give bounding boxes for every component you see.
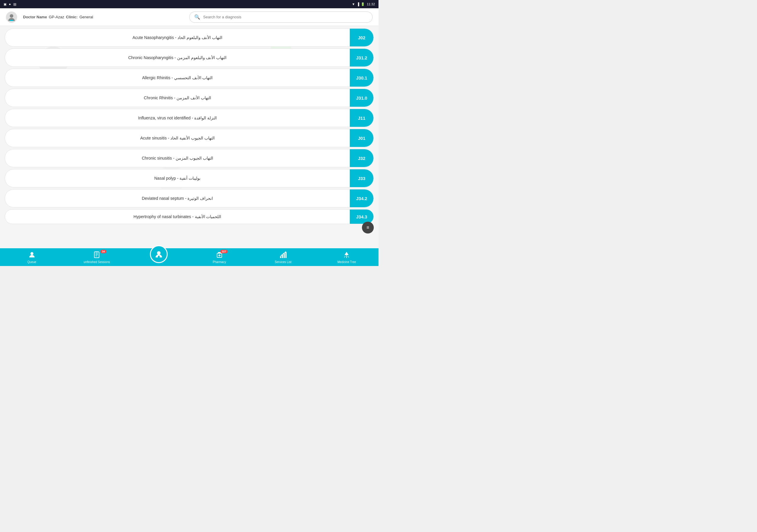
fab-icon: ≡ (366, 225, 369, 230)
diagnosis-text: التهاب الأنف والبلعوم المزمن - Chronic N… (5, 55, 350, 60)
diagnosis-item[interactable]: التهاب الجيوب المزمن - Chronic sinusitis… (5, 149, 374, 167)
queue-icon (28, 251, 36, 260)
queue-label: Queue (27, 260, 36, 264)
nav-item-queue[interactable]: Queue (20, 251, 44, 264)
svg-point-0 (10, 14, 13, 18)
medicine-tree-icon (343, 251, 350, 260)
diagnosis-code: J11 (350, 109, 374, 127)
doctor-info: Doctor Name GP-Azaz Clinic: General (23, 15, 93, 19)
svg-rect-32 (282, 255, 283, 258)
diagnosis-item[interactable]: التهاب الأنف المزمن - Chronic RhinitisJ3… (5, 89, 374, 107)
sim-icon: ▤ (13, 2, 16, 6)
main-content: التهاب الأنف والبلعوم الحاد - Acute Naso… (0, 26, 378, 248)
nav-item-services-list[interactable]: Services List (271, 251, 295, 264)
svg-line-38 (348, 256, 349, 257)
diagnosis-code: J30.1 (350, 69, 374, 87)
services-list-label: Services List (275, 260, 291, 264)
notification-dot: ● (9, 2, 11, 6)
header: Doctor Name GP-Azaz Clinic: General 🔍 (0, 8, 378, 26)
diagnosis-text: التهاب الأنف والبلعوم الحاد - Acute Naso… (5, 35, 350, 40)
diagnosis-code: J31.2 (350, 49, 374, 67)
diagnosis-text: اللحميات الأنفية - Hypertrophy of nasal … (5, 214, 350, 219)
diagnosis-text: النزلة الوافدة - Influenza, virus not id… (5, 116, 350, 120)
diagnosis-item[interactable]: بوليبات أنفية - Nasal polypJ33 (5, 169, 374, 187)
diagnosis-text: التهاب الجيوب الأنفية الحاد - Acute sinu… (5, 136, 350, 140)
nav-center-button[interactable] (150, 245, 168, 263)
signal-icon: ▐ (357, 2, 359, 6)
clinic-name: General (79, 15, 93, 19)
unfinished-sessions-badge: 34 (101, 250, 106, 253)
diagnosis-text: انحراف الوتيرة - Deviated nasal septum (5, 196, 350, 201)
app-icon: ▣ (4, 2, 7, 6)
bottom-navigation: Queue 34 unfinished Sessions 327 (0, 248, 378, 266)
diagnosis-code: J32 (350, 149, 374, 167)
diagnosis-text: التهاب الأنف التحسسي - Allergic Rhinitis (5, 75, 350, 80)
svg-rect-26 (158, 256, 160, 259)
diagnosis-item[interactable]: النزلة الوافدة - Influenza, virus not id… (5, 109, 374, 127)
svg-point-25 (157, 251, 161, 255)
unfinished-sessions-icon (93, 251, 101, 260)
diagnosis-code: J31.0 (350, 89, 374, 107)
diagnosis-code: J33 (350, 169, 374, 187)
svg-rect-33 (284, 253, 285, 258)
svg-rect-31 (280, 256, 281, 258)
diagnosis-item[interactable]: انحراف الوتيرة - Deviated nasal septumJ3… (5, 189, 374, 207)
svg-line-37 (344, 256, 346, 257)
status-bar-right: ▼ ▐ 🔋 11:32 (352, 2, 375, 6)
clinic-label: Clinic: (66, 15, 78, 19)
diagnosis-code: J34.3 (350, 210, 374, 224)
wifi-icon: ▼ (352, 2, 355, 6)
pharmacy-badge: 327 (220, 250, 228, 253)
time-display: 11:32 (367, 2, 375, 6)
unfinished-sessions-label: unfinished Sessions (84, 260, 110, 264)
diagnosis-text: التهاب الجيوب المزمن - Chronic sinusitis (5, 156, 350, 161)
doctor-label: Doctor Name (23, 15, 47, 19)
battery-icon: 🔋 (361, 2, 365, 6)
diagnosis-list: التهاب الأنف والبلعوم الحاد - Acute Naso… (5, 28, 374, 224)
search-input[interactable] (203, 15, 368, 19)
status-bar-left: ▣ ● ▤ (4, 2, 16, 6)
svg-marker-36 (345, 252, 348, 255)
nav-item-pharmacy[interactable]: 327 Pharmacy (208, 251, 231, 264)
diagnosis-text: بوليبات أنفية - Nasal polyp (5, 176, 350, 181)
avatar (6, 12, 17, 23)
diagnosis-item[interactable]: التهاب الأنف والبلعوم المزمن - Chronic N… (5, 48, 374, 67)
diagnosis-item[interactable]: التهاب الجيوب الأنفية الحاد - Acute sinu… (5, 129, 374, 147)
search-bar[interactable]: 🔍 (189, 12, 373, 23)
pharmacy-label: Pharmacy (213, 260, 226, 264)
services-list-icon (279, 251, 287, 260)
svg-rect-1 (10, 20, 13, 21)
diagnosis-item[interactable]: التهاب الأنف والبلعوم الحاد - Acute Naso… (5, 28, 374, 47)
diagnosis-code: J01 (350, 129, 374, 147)
doctor-name: GP-Azaz (49, 15, 64, 19)
diagnosis-item[interactable]: اللحميات الأنفية - Hypertrophy of nasal … (5, 209, 374, 224)
diagnosis-code: J34.2 (350, 190, 374, 207)
svg-rect-34 (285, 252, 287, 258)
search-icon: 🔍 (194, 14, 200, 20)
status-bar: ▣ ● ▤ ▼ ▐ 🔋 11:32 (0, 0, 378, 8)
medicine-tree-label: Medicine Tree (337, 260, 356, 264)
fab-button[interactable]: ≡ (362, 222, 374, 233)
nav-item-medicine-tree[interactable]: Medicine Tree (335, 251, 358, 264)
diagnosis-code: J02 (350, 29, 374, 46)
svg-rect-24 (96, 251, 98, 252)
svg-point-19 (30, 252, 33, 255)
diagnosis-text: التهاب الأنف المزمن - Chronic Rhinitis (5, 96, 350, 100)
nav-item-unfinished-sessions[interactable]: 34 unfinished Sessions (84, 251, 110, 264)
diagnosis-item[interactable]: التهاب الأنف التحسسي - Allergic Rhinitis… (5, 69, 374, 87)
